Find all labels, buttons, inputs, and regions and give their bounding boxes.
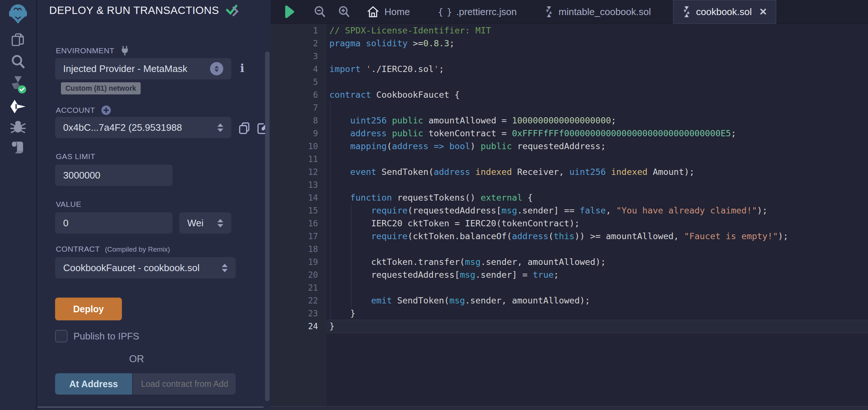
code-line[interactable]: mapping(address => bool) public requeste… bbox=[327, 140, 868, 153]
account-select[interactable]: 0x4bC...7a4F2 (25.9531988 bbox=[55, 117, 231, 138]
code-line[interactable]: address public tokenContract = 0xFFFFfFF… bbox=[327, 127, 868, 140]
line-number[interactable]: 20 bbox=[271, 269, 327, 281]
line-number[interactable]: 8 bbox=[271, 114, 327, 127]
code-line[interactable]: } bbox=[327, 320, 868, 333]
line-number[interactable]: 19 bbox=[271, 256, 327, 269]
code-line[interactable]: require(cktToken.balanceOf(address(this)… bbox=[327, 230, 868, 243]
close-tab-icon[interactable]: ✕ bbox=[759, 6, 767, 18]
zoom-out-button[interactable] bbox=[313, 5, 326, 18]
line-number[interactable]: 23 bbox=[271, 307, 327, 320]
tab-home[interactable]: Home bbox=[358, 0, 419, 24]
code-line[interactable]: requestedAddress[msg.sender] = true; bbox=[327, 269, 868, 281]
line-number[interactable]: 9 bbox=[271, 127, 327, 140]
copy-account-icon[interactable] bbox=[238, 121, 252, 135]
file-explorer-icon bbox=[10, 32, 26, 47]
collapse-chevron-icon[interactable] bbox=[231, 6, 239, 17]
line-number[interactable]: 22 bbox=[271, 294, 327, 307]
deploy-button[interactable]: Deploy bbox=[55, 298, 122, 320]
line-number[interactable]: 21 bbox=[271, 281, 327, 294]
value-unit-select[interactable]: Wei bbox=[179, 212, 231, 234]
at-address-button[interactable]: At Address bbox=[55, 373, 132, 395]
value-field[interactable] bbox=[55, 212, 173, 234]
indent-guide bbox=[330, 101, 330, 320]
code-line[interactable]: IERC20 cktToken = IERC20(tokenContract); bbox=[327, 217, 868, 230]
line-number[interactable]: 7 bbox=[271, 101, 327, 114]
code-line[interactable]: pragma solidity >=0.8.3; bbox=[327, 37, 868, 50]
line-number[interactable]: 3 bbox=[271, 50, 327, 63]
panel-scrollbar[interactable] bbox=[265, 51, 270, 401]
code-line[interactable]: import './IERC20.sol'; bbox=[327, 63, 868, 76]
line-number[interactable]: 15 bbox=[271, 204, 327, 217]
sidebar-item-solidity-compiler[interactable] bbox=[0, 73, 36, 96]
token-keyword: mapping bbox=[350, 141, 387, 151]
tab-cookbook[interactable]: cookbook.sol ✕ bbox=[673, 0, 777, 24]
contract-select[interactable]: CookbookFaucet - cookbook.sol bbox=[55, 257, 236, 278]
line-number[interactable]: 10 bbox=[271, 140, 327, 153]
line-number[interactable]: 14 bbox=[271, 191, 327, 204]
environment-info-icon[interactable]: i bbox=[240, 62, 244, 75]
code-line[interactable] bbox=[327, 281, 868, 294]
code-line[interactable]: contract CookbookFaucet { bbox=[327, 89, 868, 101]
code-line[interactable] bbox=[327, 76, 868, 89]
sidebar-item-deploy-run[interactable] bbox=[0, 97, 36, 116]
sidebar-item-file-explorer[interactable] bbox=[0, 30, 36, 49]
code-line[interactable]: uint256 public amountAllowed = 100000000… bbox=[327, 114, 868, 127]
token-default: { bbox=[522, 193, 533, 203]
gas-limit-field[interactable] bbox=[55, 165, 173, 186]
at-address-input[interactable] bbox=[141, 379, 228, 389]
contract-label-text: CONTRACT bbox=[56, 245, 100, 253]
line-number[interactable]: 5 bbox=[271, 76, 327, 89]
code-line[interactable]: // SPDX-License-Identifier: MIT bbox=[327, 24, 868, 37]
sidebar-item-plugin[interactable] bbox=[0, 138, 36, 157]
code-line[interactable]: } bbox=[327, 307, 868, 320]
tab-mintable-coobook[interactable]: mintable_coobook.sol bbox=[536, 0, 660, 24]
sidebar-item-search[interactable] bbox=[0, 52, 36, 71]
code-line[interactable]: function requestTokens() external { bbox=[327, 191, 868, 204]
line-number[interactable]: 1 bbox=[271, 24, 327, 37]
contract-label: CONTRACT (Compiled by Remix) bbox=[56, 245, 170, 253]
publish-ipfs-checkbox[interactable] bbox=[55, 330, 68, 342]
code-line[interactable]: emit SendToken(msg.sender, amountAllowed… bbox=[327, 294, 868, 307]
value-input[interactable] bbox=[63, 217, 164, 229]
token-keyword: => bbox=[434, 141, 444, 151]
remix-logo-icon bbox=[7, 3, 29, 25]
code-line[interactable]: require(requestedAddress[msg.sender] == … bbox=[327, 204, 868, 217]
at-address-field[interactable] bbox=[133, 373, 236, 395]
token-builtin: msg bbox=[502, 205, 517, 216]
token-default: ); bbox=[757, 205, 767, 216]
gas-limit-input[interactable] bbox=[63, 170, 164, 181]
plug-icon bbox=[120, 46, 130, 56]
line-number[interactable]: 13 bbox=[271, 179, 327, 191]
search-icon bbox=[10, 54, 26, 70]
line-number[interactable]: 11 bbox=[271, 153, 327, 166]
code-line[interactable]: event SendToken(address indexed Receiver… bbox=[327, 166, 868, 179]
zoom-in-button[interactable] bbox=[337, 5, 351, 18]
token-default bbox=[361, 38, 366, 48]
tab-label: mintable_coobook.sol bbox=[558, 6, 651, 18]
line-number[interactable]: 24 bbox=[271, 320, 327, 333]
code-line[interactable] bbox=[327, 243, 868, 256]
remix-logo[interactable] bbox=[0, 2, 36, 26]
code-line[interactable] bbox=[327, 153, 868, 166]
code-line[interactable] bbox=[327, 179, 868, 191]
value-label: VALUE bbox=[56, 200, 81, 209]
add-account-icon[interactable] bbox=[101, 105, 111, 115]
line-number[interactable]: 16 bbox=[271, 217, 327, 230]
code-line[interactable] bbox=[327, 101, 868, 114]
code-lines[interactable]: // SPDX-License-Identifier: MITpragma so… bbox=[327, 24, 868, 406]
tab-prettierrc[interactable]: { } .prettierrc.json bbox=[429, 0, 525, 24]
sidebar-item-debugger[interactable] bbox=[0, 117, 36, 136]
line-number[interactable]: 2 bbox=[271, 37, 327, 50]
line-number[interactable]: 18 bbox=[271, 243, 327, 256]
line-number[interactable]: 17 bbox=[271, 230, 327, 243]
line-number[interactable]: 6 bbox=[271, 89, 327, 101]
line-number[interactable]: 12 bbox=[271, 166, 327, 179]
environment-select[interactable]: Injected Provider - MetaMask bbox=[55, 58, 231, 79]
code-line[interactable] bbox=[327, 50, 868, 63]
tab-label: .prettierrc.json bbox=[456, 6, 517, 18]
code-line[interactable]: cktToken.transfer(msg.sender, amountAllo… bbox=[327, 256, 868, 269]
token-default bbox=[329, 141, 350, 151]
terminal-top-strip[interactable] bbox=[271, 406, 868, 410]
run-script-button[interactable] bbox=[283, 5, 295, 18]
line-number[interactable]: 4 bbox=[271, 63, 327, 76]
